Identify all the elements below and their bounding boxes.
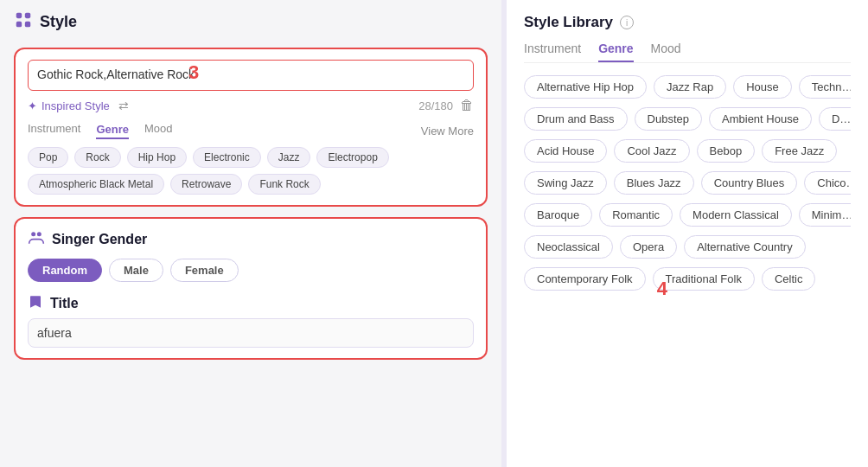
style-title: Style	[40, 13, 77, 31]
char-count: 28/180	[418, 99, 453, 112]
step-3-badge: 3	[188, 61, 199, 84]
lib-row-6: Neoclassical Opera Alternative Country	[524, 235, 851, 259]
singer-box: Singer Gender Random Male Female Title 4	[14, 217, 488, 360]
lib-row-1: Alternative Hip Hop Jazz Rap House Techn…	[524, 75, 851, 99]
lib-tag-modern-classical[interactable]: Modern Classical	[680, 203, 792, 227]
lib-row-4: Swing Jazz Blues Jazz Country Blues Chic…	[524, 171, 851, 195]
lib-tag-neoclassical[interactable]: Neoclassical	[524, 235, 613, 259]
style-section-header: Style	[14, 10, 488, 34]
lib-tag-cool-jazz[interactable]: Cool Jazz	[614, 139, 689, 163]
lib-tag-country-blues[interactable]: Country Blues	[701, 171, 798, 195]
tag-electropop[interactable]: Electropop	[316, 147, 388, 168]
right-panel: Style Library i Instrument Genre Mood Al…	[507, 0, 868, 467]
svg-rect-3	[25, 22, 30, 27]
style-tags-nav: Instrument Genre Mood View More	[28, 122, 474, 140]
svg-rect-2	[16, 22, 22, 27]
lib-row-3: Acid House Cool Jazz Bebop Free Jazz	[524, 139, 851, 163]
lib-tab-genre[interactable]: Genre	[598, 42, 633, 62]
lib-tag-traditional-folk[interactable]: Traditional Folk	[653, 267, 755, 291]
shuffle-icon[interactable]: ⇄	[118, 99, 129, 112]
style-footer: ✦ Inspired Style ⇄ 28/180 🗑	[28, 98, 474, 113]
svg-rect-0	[16, 13, 22, 18]
lib-tag-drum-and-bass[interactable]: Drum and Bass	[524, 107, 628, 131]
lib-tag-ambient-house[interactable]: Ambient House	[709, 107, 812, 131]
left-panel: Style Gothic Rock,Alternative Rock 3 ✦ I…	[0, 0, 501, 467]
gender-buttons: Random Male Female	[28, 259, 474, 282]
lib-tag-d[interactable]: D…	[819, 107, 851, 131]
trash-icon[interactable]: 🗑	[460, 98, 474, 113]
star-icon: ✦	[28, 99, 37, 112]
bookmark-icon	[28, 294, 43, 313]
lib-tab-instrument[interactable]: Instrument	[524, 42, 581, 62]
lib-tag-house[interactable]: House	[733, 75, 792, 99]
tag-atmospheric-black-metal[interactable]: Atmospheric Black Metal	[28, 174, 164, 195]
library-grid: Alternative Hip Hop Jazz Rap House Techn…	[524, 75, 851, 453]
tag-rock[interactable]: Rock	[74, 147, 120, 168]
title-input[interactable]	[28, 318, 474, 348]
lib-tag-acid-house[interactable]: Acid House	[524, 139, 607, 163]
lib-row-2: Drum and Bass Dubstep Ambient House D…	[524, 107, 851, 131]
right-header: Style Library i	[524, 14, 851, 31]
style-icon	[14, 10, 33, 34]
male-button[interactable]: Male	[109, 259, 163, 282]
lib-tag-free-jazz[interactable]: Free Jazz	[762, 139, 837, 163]
library-tabs: Instrument Genre Mood	[524, 42, 851, 63]
style-input[interactable]: Gothic Rock,Alternative Rock	[28, 60, 474, 91]
title-section: Title	[28, 294, 474, 348]
title-text: Title	[50, 296, 79, 311]
lib-tag-contemporary-folk[interactable]: Contemporary Folk	[524, 267, 646, 291]
tag-pop[interactable]: Pop	[28, 147, 68, 168]
lib-tag-celtic[interactable]: Celtic	[762, 267, 816, 291]
inspired-style-button[interactable]: ✦ Inspired Style	[28, 99, 110, 112]
lib-row-7: Contemporary Folk Traditional Folk Celti…	[524, 267, 851, 291]
info-icon[interactable]: i	[620, 16, 634, 29]
tag-electronic[interactable]: Electronic	[193, 147, 261, 168]
lib-tag-swing-jazz[interactable]: Swing Jazz	[524, 171, 607, 195]
lib-tag-chico[interactable]: Chico…	[804, 171, 851, 195]
lib-tag-baroque[interactable]: Baroque	[524, 203, 592, 227]
tab-genre[interactable]: Genre	[96, 123, 129, 139]
lib-tag-blues-jazz[interactable]: Blues Jazz	[614, 171, 694, 195]
singer-icon	[28, 229, 45, 250]
svg-point-5	[37, 232, 41, 236]
tag-jazz[interactable]: Jazz	[267, 147, 311, 168]
random-button[interactable]: Random	[28, 259, 102, 282]
tab-instrument[interactable]: Instrument	[28, 122, 80, 140]
tag-hiphop[interactable]: Hip Hop	[127, 147, 187, 168]
lib-tag-opera[interactable]: Opera	[620, 235, 677, 259]
tag-funk-rock[interactable]: Funk Rock	[248, 174, 320, 195]
lib-tag-romantic[interactable]: Romantic	[599, 203, 673, 227]
view-more-button[interactable]: View More	[421, 125, 474, 138]
lib-tab-mood[interactable]: Mood	[651, 42, 681, 62]
lib-row-5: Baroque Romantic Modern Classical Minim…	[524, 203, 851, 227]
lib-tag-bebop[interactable]: Bebop	[697, 139, 756, 163]
lib-tag-dubstep[interactable]: Dubstep	[635, 107, 702, 131]
step-4-badge: 4	[657, 278, 667, 300]
library-title: Style Library	[524, 14, 613, 31]
female-button[interactable]: Female	[170, 259, 239, 282]
lib-tag-alternative-hip-hop[interactable]: Alternative Hip Hop	[524, 75, 647, 99]
title-label: Title	[28, 294, 474, 313]
lib-tag-minim[interactable]: Minim…	[799, 203, 851, 227]
singer-gender-title: Singer Gender	[52, 232, 147, 247]
tab-mood[interactable]: Mood	[144, 122, 173, 140]
style-box: Gothic Rock,Alternative Rock 3 ✦ Inspire…	[14, 48, 488, 207]
lib-tag-techno[interactable]: Techn…	[799, 75, 851, 99]
svg-rect-1	[25, 13, 30, 18]
lib-tag-jazz-rap[interactable]: Jazz Rap	[654, 75, 726, 99]
svg-point-4	[31, 232, 35, 236]
style-tags-row: Pop Rock Hip Hop Electronic Jazz Electro…	[28, 147, 474, 195]
singer-gender-header: Singer Gender	[28, 229, 474, 250]
lib-tag-alternative-country[interactable]: Alternative Country	[684, 235, 806, 259]
tag-retrowave[interactable]: Retrowave	[170, 174, 242, 195]
inspired-label: Inspired Style	[41, 99, 110, 112]
